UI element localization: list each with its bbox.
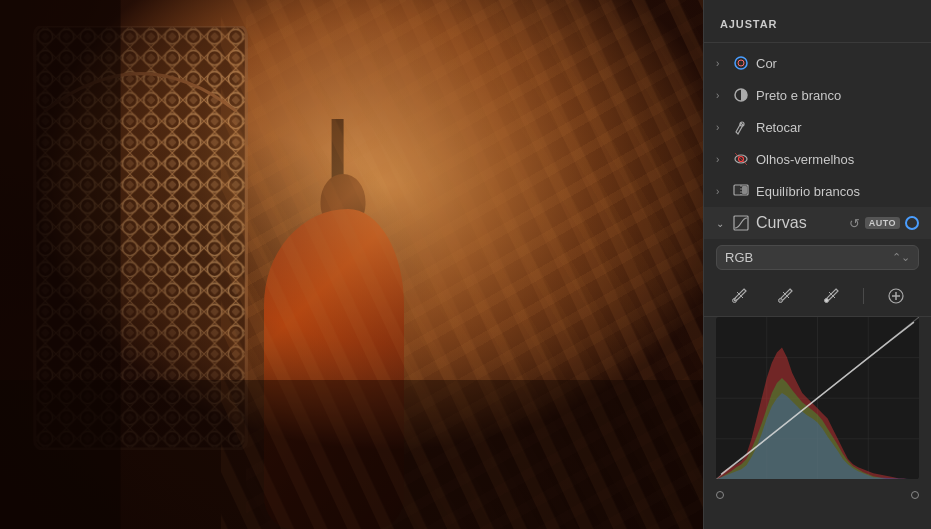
curvas-label: Curvas (756, 214, 849, 232)
adj-item-cor[interactable]: › Cor (704, 47, 931, 79)
curvas-channel-indicator[interactable] (905, 216, 919, 230)
curvas-auto-button[interactable]: AUTO (865, 217, 900, 229)
chevron-cor: › (716, 58, 726, 69)
curves-histogram-area[interactable] (716, 317, 919, 483)
adj-item-curvas[interactable]: ⌄ Curvas ↺ AUTO (704, 207, 931, 239)
adj-item-equilibrio[interactable]: › Equilíbrio brancos (704, 175, 931, 207)
photo-background (0, 0, 703, 529)
olhos-label: Olhos-vermelhos (756, 152, 919, 167)
curves-svg (716, 317, 919, 479)
svg-point-27 (825, 299, 829, 303)
curvas-icon (732, 214, 750, 232)
curve-tools-bar (704, 276, 931, 317)
preto-branco-label: Preto e branco (756, 88, 919, 103)
photo-area (0, 0, 703, 529)
person-figure (176, 106, 492, 529)
chevron-olhos: › (716, 154, 726, 165)
adjustments-list: › Cor › Preto e branco › (704, 43, 931, 529)
rgb-channel-selector[interactable]: RGB ⌃⌄ (716, 245, 919, 270)
curves-white-point[interactable] (911, 491, 919, 499)
curvas-actions: ↺ AUTO (849, 216, 919, 231)
olhos-icon (732, 150, 750, 168)
equilibrio-label: Equilíbrio brancos (756, 184, 919, 199)
chevron-preto-branco: › (716, 90, 726, 101)
cor-label: Cor (756, 56, 919, 71)
svg-rect-20 (735, 186, 740, 194)
retocar-icon (732, 118, 750, 136)
svg-point-12 (738, 60, 744, 66)
retocar-label: Retocar (756, 120, 919, 135)
adj-item-retocar[interactable]: › Retocar (704, 111, 931, 143)
cor-icon (732, 54, 750, 72)
curve-tool-separator (863, 288, 864, 304)
adj-item-preto-branco[interactable]: › Preto e branco (704, 79, 931, 111)
person-body (264, 209, 404, 529)
panel-header: AJUSTAR (704, 0, 931, 43)
curves-black-point[interactable] (716, 491, 724, 499)
rgb-channel-label: RGB (725, 250, 753, 265)
right-panel: AJUSTAR › Cor › Preto e branco (703, 0, 931, 529)
svg-point-11 (735, 57, 747, 69)
equilibrio-icon (732, 182, 750, 200)
chevron-curvas: ⌄ (716, 218, 726, 229)
adj-item-olhos-vermelhos[interactable]: › Olhos-vermelhos (704, 143, 931, 175)
preto-branco-icon (732, 86, 750, 104)
curves-bottom-controls (704, 491, 931, 507)
chevron-retocar: › (716, 122, 726, 133)
eyedropper-gray-tool[interactable] (771, 282, 799, 310)
chevron-equilibrio: › (716, 186, 726, 197)
add-point-tool[interactable] (882, 282, 910, 310)
rgb-dropdown-arrows: ⌃⌄ (892, 251, 910, 264)
eyedropper-black-tool[interactable] (725, 282, 753, 310)
svg-point-25 (779, 299, 783, 303)
svg-rect-21 (742, 186, 747, 194)
panel-title: AJUSTAR (720, 18, 777, 30)
eyedropper-white-tool[interactable] (817, 282, 845, 310)
curvas-undo-button[interactable]: ↺ (849, 216, 860, 231)
